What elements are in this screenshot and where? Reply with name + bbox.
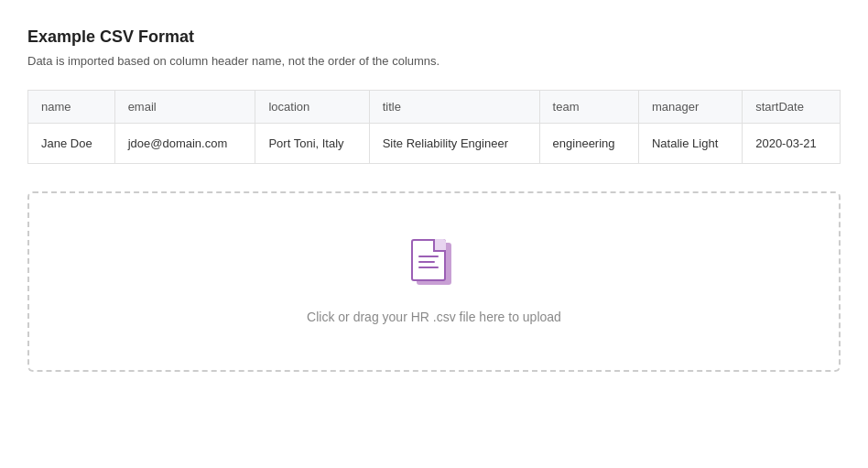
table-row: Jane Doejdoe@domain.comPort Toni, ItalyS… (28, 124, 841, 164)
cell-manager: Natalie Light (638, 124, 742, 164)
col-header-location: location (255, 91, 369, 124)
col-header-startdate: startDate (743, 91, 841, 124)
csv-upload-dropzone[interactable]: Click or drag your HR .csv file here to … (27, 191, 841, 372)
col-header-title: title (369, 91, 539, 124)
page-title: Example CSV Format (27, 27, 841, 47)
col-header-name: name (28, 91, 115, 124)
col-header-team: team (539, 91, 638, 124)
cell-email: jdoe@domain.com (114, 124, 255, 164)
cell-team: engineering (539, 124, 638, 164)
cell-startDate: 2020-03-21 (743, 124, 841, 164)
col-header-email: email (114, 91, 255, 124)
upload-instruction-text: Click or drag your HR .csv file here to … (48, 310, 820, 324)
col-header-manager: manager (638, 91, 742, 124)
page-subtitle: Data is imported based on column header … (27, 54, 841, 68)
cell-title: Site Reliability Engineer (369, 124, 539, 164)
upload-file-icon (411, 239, 457, 297)
csv-format-table: name email location title team manager s… (27, 90, 841, 164)
cell-location: Port Toni, Italy (255, 124, 369, 164)
cell-name: Jane Doe (28, 124, 115, 164)
